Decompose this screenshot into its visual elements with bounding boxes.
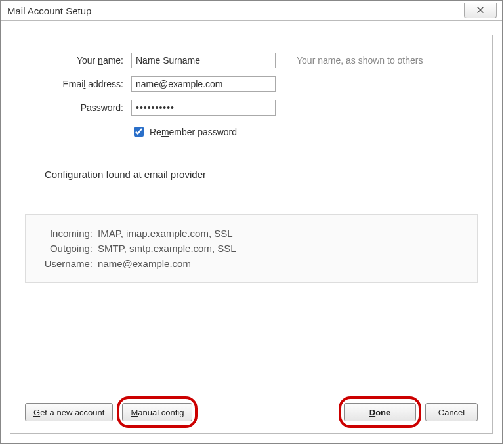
remember-password-checkbox[interactable] bbox=[134, 127, 144, 137]
password-label: Password: bbox=[25, 102, 123, 113]
password-input[interactable] bbox=[131, 100, 276, 116]
mail-account-setup-window: Mail Account Setup Your name: Your name,… bbox=[0, 0, 503, 444]
footer-buttons: Get a new account Manual config Done Can… bbox=[25, 395, 478, 421]
remember-password-label: Remember password bbox=[150, 127, 237, 137]
get-new-account-button[interactable]: Get a new account bbox=[25, 403, 113, 421]
name-label: Your name: bbox=[25, 55, 123, 66]
outgoing-row: Outgoing: SMTP, smtp.example.com, SSL bbox=[33, 243, 469, 254]
email-label: Email address: bbox=[25, 79, 123, 89]
remember-password-row: Remember password bbox=[131, 125, 289, 138]
username-value: name@example.com bbox=[98, 258, 469, 269]
outgoing-value: SMTP, smtp.example.com, SSL bbox=[98, 243, 469, 254]
server-details-box: Incoming: IMAP, imap.example.com, SSL Ou… bbox=[25, 214, 478, 283]
close-icon bbox=[476, 5, 484, 16]
status-message: Configuration found at email provider bbox=[45, 169, 478, 180]
content-pane: Your name: Your name, as shown to others… bbox=[10, 35, 493, 434]
close-button[interactable] bbox=[464, 3, 497, 18]
window-title: Mail Account Setup bbox=[7, 5, 464, 16]
incoming-value: IMAP, imap.example.com, SSL bbox=[98, 228, 469, 239]
titlebar: Mail Account Setup bbox=[1, 1, 502, 21]
username-label: Username: bbox=[33, 258, 93, 269]
manual-config-highlight: Manual config bbox=[122, 403, 192, 421]
name-input[interactable] bbox=[131, 53, 276, 68]
outgoing-label: Outgoing: bbox=[33, 243, 93, 254]
email-input[interactable] bbox=[131, 76, 276, 92]
incoming-row: Incoming: IMAP, imap.example.com, SSL bbox=[33, 228, 469, 239]
username-row: Username: name@example.com bbox=[33, 258, 469, 269]
done-button[interactable]: Done bbox=[344, 403, 416, 421]
incoming-label: Incoming: bbox=[33, 228, 93, 239]
cancel-button[interactable]: Cancel bbox=[425, 403, 478, 421]
done-highlight: Done bbox=[344, 403, 416, 421]
form-grid: Your name: Your name, as shown to others… bbox=[25, 53, 478, 138]
manual-config-button[interactable]: Manual config bbox=[122, 403, 192, 421]
name-hint: Your name, as shown to others bbox=[297, 55, 478, 66]
